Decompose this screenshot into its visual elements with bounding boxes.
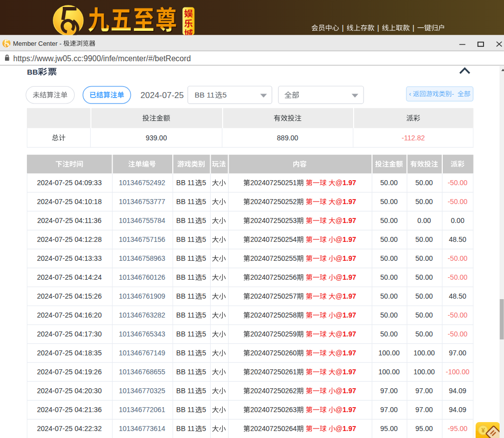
svg-text:50.00: 50.00: [415, 254, 433, 262]
svg-text:-95.00: -95.00: [448, 425, 468, 433]
svg-text:2024-07-25: 2024-07-25: [140, 91, 184, 100]
svg-text:202407250257: 202407250257: [250, 292, 297, 300]
svg-text:-: -: [452, 90, 454, 98]
svg-text:1.97: 1.97: [343, 406, 356, 414]
svg-text:97.00: 97.00: [380, 406, 398, 414]
svg-text:5: 5: [202, 292, 206, 300]
svg-text:1.97: 1.97: [343, 179, 356, 187]
svg-text:2024-07-25 04:14:24: 2024-07-25 04:14:24: [37, 273, 102, 281]
svg-text:50.00: 50.00: [415, 273, 433, 281]
svg-text:BB 11: BB 11: [176, 425, 195, 433]
svg-text:50.00: 50.00: [380, 235, 398, 243]
svg-text:97.00: 97.00: [415, 406, 433, 414]
svg-text:|: |: [412, 24, 414, 32]
svg-text:5: 5: [202, 273, 206, 281]
svg-text:939.00: 939.00: [145, 134, 167, 142]
svg-text:-50.00: -50.00: [448, 254, 468, 262]
svg-text:5: 5: [223, 91, 227, 99]
svg-text:5: 5: [202, 387, 206, 395]
svg-text:2024-07-25 04:21:36: 2024-07-25 04:21:36: [37, 406, 102, 414]
svg-text:@: @: [336, 387, 343, 395]
svg-text:1.97: 1.97: [343, 425, 356, 433]
svg-text:202407250262: 202407250262: [250, 387, 297, 395]
svg-text:202407250263: 202407250263: [250, 406, 297, 414]
svg-text:2024-07-25 04:16:20: 2024-07-25 04:16:20: [37, 311, 102, 319]
svg-text:50.00: 50.00: [380, 217, 398, 224]
svg-text:50.00: 50.00: [380, 273, 398, 281]
svg-text:1.97: 1.97: [343, 217, 356, 224]
svg-text:2024-07-25 04:20:30: 2024-07-25 04:20:30: [37, 387, 102, 395]
svg-text:101346758963: 101346758963: [119, 254, 165, 262]
svg-text:50.00: 50.00: [380, 311, 398, 319]
svg-text:101346772061: 101346772061: [119, 406, 165, 414]
svg-text:‹: ‹: [409, 90, 411, 98]
svg-text:1.97: 1.97: [343, 273, 356, 281]
svg-text:-50.00: -50.00: [448, 179, 468, 187]
svg-text:https://www.jw05.cc:9900/infe/: https://www.jw05.cc:9900/infe/mcenter/#/…: [13, 54, 191, 63]
svg-text:50.00: 50.00: [380, 292, 398, 300]
svg-text:1.97: 1.97: [343, 235, 356, 243]
svg-text:1.97: 1.97: [343, 387, 356, 395]
svg-text:|: |: [377, 24, 379, 32]
svg-text:94.09: 94.09: [449, 406, 466, 414]
svg-text:202407250259: 202407250259: [250, 330, 297, 338]
svg-text:1.97: 1.97: [343, 330, 356, 338]
svg-text:101346773614: 101346773614: [119, 425, 165, 433]
svg-text:@: @: [336, 179, 343, 187]
svg-text:50.00: 50.00: [380, 198, 398, 206]
svg-text:2024-07-25 04:10:18: 2024-07-25 04:10:18: [37, 198, 102, 206]
svg-text:BB 11: BB 11: [176, 406, 195, 414]
svg-text:2024-07-25 04:12:28: 2024-07-25 04:12:28: [37, 235, 102, 243]
svg-text:101346752492: 101346752492: [119, 179, 165, 187]
svg-text:202407250260: 202407250260: [250, 349, 297, 357]
svg-text:@: @: [336, 368, 343, 376]
svg-text:Member Center -: Member Center -: [13, 40, 61, 47]
svg-text:100.00: 100.00: [378, 368, 400, 376]
svg-text:-50.00: -50.00: [448, 330, 468, 338]
svg-text:1.97: 1.97: [343, 349, 356, 357]
svg-text:5: 5: [202, 179, 206, 187]
svg-text:BB 11: BB 11: [176, 217, 195, 224]
svg-text:202407250258: 202407250258: [250, 311, 297, 319]
svg-text:BB 11: BB 11: [176, 387, 195, 395]
svg-text:1.97: 1.97: [343, 254, 356, 262]
svg-text:2024-07-25 04:17:30: 2024-07-25 04:17:30: [37, 330, 102, 338]
svg-text:@: @: [336, 406, 343, 414]
svg-text:BB 11: BB 11: [176, 179, 195, 187]
svg-text:@: @: [336, 254, 343, 262]
svg-text:BB 11: BB 11: [176, 330, 195, 338]
svg-text:0.00: 0.00: [417, 217, 431, 224]
svg-text:5: 5: [202, 254, 206, 262]
svg-text:101346765343: 101346765343: [119, 330, 165, 338]
svg-text:2024-07-25 04:11:36: 2024-07-25 04:11:36: [37, 217, 102, 224]
svg-text:202407250255: 202407250255: [250, 254, 297, 262]
svg-text:-100.00: -100.00: [446, 368, 470, 376]
svg-text:101346770325: 101346770325: [119, 387, 165, 395]
svg-text:@: @: [336, 311, 343, 319]
svg-text:50.00: 50.00: [380, 254, 398, 262]
svg-text:50.00: 50.00: [380, 179, 398, 187]
svg-text:5: 5: [202, 406, 206, 414]
svg-text:202407250264: 202407250264: [250, 425, 297, 433]
svg-text:5: 5: [202, 198, 206, 206]
svg-text:2024-07-25 04:13:33: 2024-07-25 04:13:33: [37, 254, 102, 262]
svg-text:202407250256: 202407250256: [250, 273, 297, 281]
svg-text:202407250253: 202407250253: [250, 217, 297, 224]
svg-text:50.00: 50.00: [415, 179, 433, 187]
svg-text:101346761909: 101346761909: [119, 292, 165, 300]
svg-text:0.00: 0.00: [451, 217, 464, 224]
svg-text:@: @: [336, 349, 343, 357]
svg-text:2024-07-25 04:15:26: 2024-07-25 04:15:26: [37, 292, 102, 300]
svg-text:97.00: 97.00: [449, 349, 466, 357]
svg-text:-50.00: -50.00: [448, 198, 468, 206]
svg-text:95.00: 95.00: [380, 425, 398, 433]
svg-text:@: @: [336, 217, 343, 224]
svg-text:100.00: 100.00: [413, 349, 435, 357]
svg-text:101346753777: 101346753777: [119, 198, 165, 206]
svg-text:BB 11: BB 11: [176, 198, 195, 206]
svg-text:2024-07-25 04:19:26: 2024-07-25 04:19:26: [37, 368, 102, 376]
svg-text:101346767149: 101346767149: [119, 349, 165, 357]
svg-text:1.97: 1.97: [343, 198, 356, 206]
svg-text:5: 5: [202, 330, 206, 338]
svg-text:@: @: [336, 330, 343, 338]
